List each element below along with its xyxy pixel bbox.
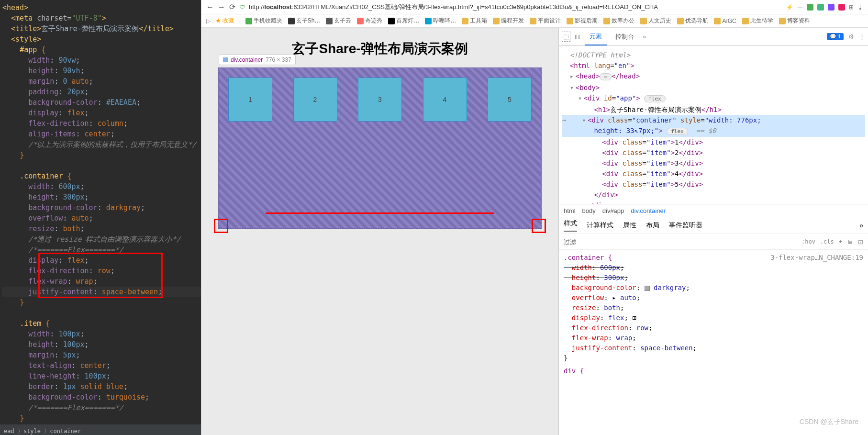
add-rule-button[interactable]: + [839,238,842,245]
bookmark-item[interactable]: 编程开发 [493,17,524,25]
device-toggle-icon[interactable]: ⫿⫾ [574,33,581,40]
styles-pane[interactable]: .container {3-flex-wrap…N_CHANGE:19 widt… [559,250,868,379]
gear-icon[interactable]: ⚙ [848,33,854,40]
dom-breadcrumb: html body div#app div.container [559,204,868,217]
tab-layout[interactable]: 布局 [646,221,659,230]
ext-icon-3[interactable] [838,4,845,11]
inspect-icon[interactable]: ⬚ [562,32,570,42]
tab-styles[interactable]: 样式 [564,219,577,232]
bookmark-item[interactable]: 平面设计 [530,17,561,25]
crumb-body[interactable]: body [582,207,596,214]
bookmark-item[interactable]: AIGC [714,17,736,25]
message-badge[interactable]: 💬 1 [827,33,844,40]
cls-toggle[interactable]: .cls [820,238,834,245]
crumb-html[interactable]: html [564,207,576,214]
devtools-panel: ⬚ ⫿⫾ 元素 控制台 » 💬 1 ⚙ ⋮ <!DOCTYPE html> <h… [558,28,868,435]
flex-item: 5 [488,78,532,122]
bookmark-item[interactable]: 奇迹秀 [357,17,382,25]
highlight-box [38,253,163,298]
annotation-corner-right [532,219,546,233]
browser-toolbar: ← → ⟳ 🛡 http://localhost:63342/HTML/Xuan… [201,0,868,14]
dom-tree[interactable]: <!DOCTYPE html> <html lang="en"> ▸<head>… [559,46,868,204]
bookmark-item[interactable]: 效率办公 [603,17,634,25]
lightning-icon[interactable]: ⚡ [786,4,793,11]
sidebar-toggle-icon[interactable]: ▷ [206,18,211,24]
vue-icon[interactable] [817,4,824,11]
page-title: 玄子Share-弹性布局演示案例 [292,40,467,58]
hov-toggle[interactable]: :hov [801,238,815,245]
tab-computed[interactable]: 计算样式 [587,221,613,230]
tab-listeners[interactable]: 事件监听器 [669,221,702,230]
back-button[interactable]: ← [206,3,214,11]
apps-icon[interactable]: ⊞ [849,4,854,11]
bookmark-item[interactable]: 玄子云 [326,17,351,25]
tab-elements[interactable]: 元素 [585,28,607,45]
annotation-line [266,212,494,214]
watermark-text: CSDN @玄子Share [800,418,858,426]
bookmark-item[interactable]: 玄子Sh… [288,17,321,25]
favorites-label[interactable]: ★ 收藏 [215,17,234,25]
color-swatch-icon [223,57,228,62]
overflow-icon[interactable]: » [643,33,646,40]
kebab-icon[interactable]: ⋮ [859,33,865,40]
bookmark-item[interactable]: 博客资料 [779,17,810,25]
tab-props[interactable]: 属性 [623,221,636,230]
more-icon[interactable]: ⋯ [797,4,803,11]
bookmark-item[interactable]: 优选导航 [677,17,708,25]
crumb-container[interactable]: div.container [631,207,666,214]
overflow-icon[interactable]: » [859,222,863,229]
bookmark-item[interactable]: 首席灯… [388,17,419,25]
forward-button[interactable]: → [218,3,225,11]
url-input[interactable]: http://localhost:63342/HTML/XuanZi/CH02_… [249,3,782,11]
ext-icon-2[interactable] [828,4,835,11]
tab-console[interactable]: 控制台 [611,29,639,45]
code-editor[interactable]: <head> <meta charset="UTF-8"> <title>玄子S… [0,0,201,435]
bookmark-item[interactable]: 手机收藏夹 [245,17,282,25]
bookmark-item[interactable]: 工具箱 [462,17,487,25]
editor-breadcrumb: ead 〉style 〉container [0,424,201,435]
page-viewport: 玄子Share-弹性布局演示案例 div.container 776 × 337… [201,28,558,435]
bookmark-item[interactable]: 人文历史 [640,17,671,25]
box-icon[interactable]: ⊡ [858,238,863,245]
device-icon[interactable]: 🖥 [847,238,853,245]
flex-item: 3 [358,78,402,122]
flex-container[interactable]: div.container 776 × 337 12345 [218,67,542,229]
filter-input[interactable] [564,238,797,245]
bookmark-bar: ▷ ★ 收藏 · 手机收藏夹玄子Sh…玄子云奇迹秀首席灯…哔哩哔…工具箱编程开发… [201,14,868,28]
flex-item: 1 [228,78,272,122]
ext-icon[interactable] [807,4,813,11]
download-icon[interactable]: ⭳ [857,4,863,11]
styles-tabs: 样式 计算样式 属性 布局 事件监听器 » [559,217,868,234]
devtools-tabs: ⬚ ⫿⫾ 元素 控制台 » 💬 1 ⚙ ⋮ [559,28,868,46]
flex-item: 2 [293,78,337,122]
annotation-corner-left [214,219,228,233]
bookmark-item[interactable]: 影视后期 [567,17,598,25]
inspector-tooltip: div.container 776 × 337 [219,55,296,65]
bookmark-item[interactable]: 此生待学 [742,17,773,25]
crumb-app[interactable]: div#app [602,207,624,214]
bookmark-item[interactable]: 哔哩哔… [425,17,456,25]
styles-filter-bar: :hov .cls + 🖥 ⊡ [559,234,868,250]
shield-icon: 🛡 [239,4,245,11]
browser-window: ← → ⟳ 🛡 http://localhost:63342/HTML/Xuan… [201,0,868,435]
reload-button[interactable]: ⟳ [229,2,235,11]
flex-item: 4 [423,78,467,122]
